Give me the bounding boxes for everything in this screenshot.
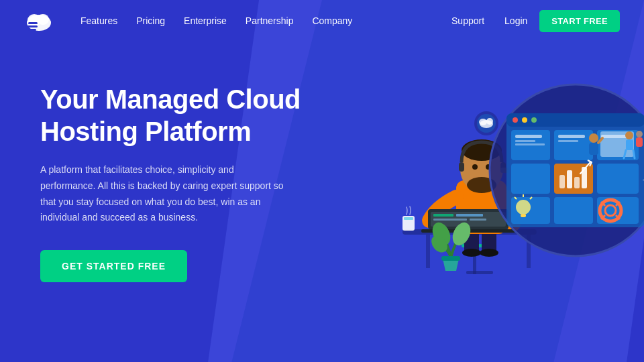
- get-started-button[interactable]: GET STARTED FREE: [40, 250, 187, 282]
- hero-left: Your Managed Cloud Hosting Platform A pl…: [40, 76, 349, 282]
- nav-links: Features Pricing Enterprise Partnership …: [72, 11, 443, 30]
- svg-rect-56: [515, 140, 535, 142]
- start-free-button[interactable]: START FREE: [539, 10, 620, 32]
- nav-link-support[interactable]: Support: [443, 11, 492, 30]
- svg-point-39: [513, 117, 518, 123]
- svg-rect-29: [456, 214, 483, 217]
- svg-rect-58: [558, 135, 585, 138]
- svg-rect-54: [582, 167, 587, 188]
- nav-link-partnership[interactable]: Partnership: [237, 11, 302, 30]
- svg-point-85: [479, 119, 487, 125]
- svg-rect-43: [554, 130, 593, 160]
- svg-rect-53: [574, 177, 580, 188]
- svg-rect-4: [25, 25, 38, 27]
- navbar: Features Pricing Enterprise Partnership …: [0, 0, 644, 42]
- svg-rect-70: [636, 137, 643, 147]
- nav-link-company[interactable]: Company: [304, 11, 360, 30]
- svg-point-2: [37, 14, 49, 25]
- logo[interactable]: [24, 9, 54, 32]
- hero-illustration: [335, 76, 620, 345]
- svg-rect-59: [558, 140, 578, 142]
- svg-rect-66: [626, 139, 633, 150]
- svg-rect-5: [28, 29, 36, 31]
- svg-point-65: [625, 131, 633, 139]
- svg-rect-51: [559, 175, 565, 188]
- svg-rect-30: [433, 219, 467, 221]
- svg-rect-3: [28, 22, 38, 24]
- svg-rect-49: [554, 197, 593, 224]
- hero-section: Your Managed Cloud Hosting Platform A pl…: [0, 42, 644, 345]
- svg-rect-52: [567, 170, 572, 188]
- nav-link-enterprise[interactable]: Enterprise: [176, 11, 235, 30]
- svg-point-41: [531, 117, 537, 123]
- svg-point-77: [516, 200, 531, 215]
- svg-line-68: [633, 150, 635, 158]
- nav-link-pricing[interactable]: Pricing: [128, 11, 173, 30]
- hero-title: Your Managed Cloud Hosting Platform: [40, 83, 349, 147]
- svg-point-15: [480, 249, 498, 257]
- svg-rect-55: [515, 135, 542, 138]
- svg-point-14: [462, 249, 481, 257]
- svg-rect-63: [589, 143, 598, 155]
- svg-point-86: [486, 118, 493, 125]
- svg-rect-11: [466, 271, 493, 274]
- svg-rect-47: [597, 164, 639, 194]
- svg-point-40: [522, 117, 527, 123]
- svg-rect-7: [426, 235, 430, 268]
- nav-link-login[interactable]: Login: [496, 11, 535, 30]
- nav-link-features[interactable]: Features: [72, 11, 125, 30]
- svg-rect-31: [470, 219, 486, 221]
- svg-rect-23: [459, 162, 464, 172]
- svg-rect-34: [404, 217, 413, 220]
- svg-rect-57: [515, 143, 545, 145]
- svg-point-62: [589, 133, 598, 143]
- svg-rect-93: [441, 256, 460, 261]
- nav-right: Support Login START FREE: [443, 10, 620, 32]
- hero-description: A platform that facilitates choice, simp…: [40, 162, 288, 226]
- svg-rect-45: [511, 164, 550, 194]
- svg-point-21: [472, 164, 478, 170]
- svg-rect-78: [521, 214, 526, 217]
- svg-point-69: [636, 131, 643, 137]
- svg-rect-28: [433, 214, 453, 217]
